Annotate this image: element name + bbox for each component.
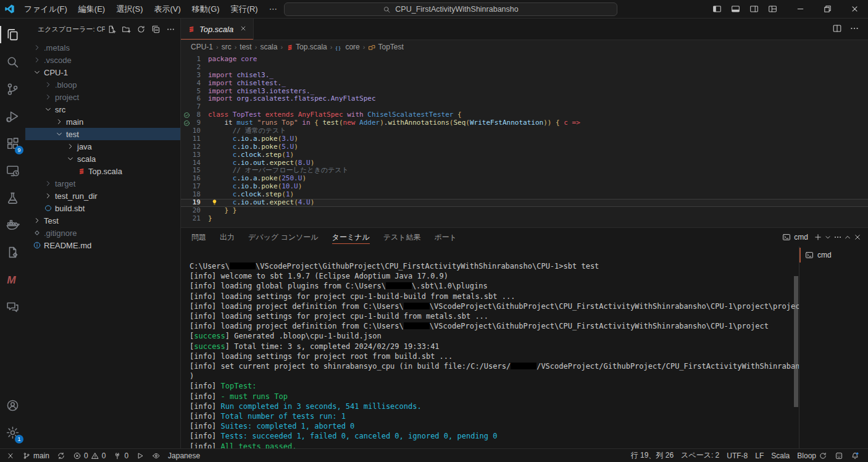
more-button[interactable] [833, 233, 842, 242]
panel-tab-問題[interactable]: 問題 [191, 228, 206, 246]
menu-item-2[interactable]: 選択(S) [111, 0, 148, 19]
breadcrumb-scala[interactable]: scala [260, 43, 277, 51]
close-button[interactable] [841, 0, 868, 19]
terminal-scrollbar[interactable] [794, 276, 798, 407]
code-line-21[interactable]: 21} [181, 215, 868, 223]
status-highlight[interactable] [148, 449, 164, 462]
panel-tab-デバッグ コンソール[interactable]: デバッグ コンソール [248, 228, 319, 246]
activitybar-accounts[interactable] [0, 392, 25, 419]
status-sync[interactable] [53, 449, 69, 462]
command-center[interactable]: CPU_FirstActivityWithShinrabansho [284, 2, 617, 16]
plus-button[interactable] [814, 233, 822, 242]
activitybar-testing[interactable] [0, 184, 25, 211]
activitybar-comments[interactable] [0, 293, 25, 320]
new-folder-button[interactable] [120, 23, 132, 36]
minimize-button[interactable] [787, 0, 814, 19]
collapse-all-button[interactable] [149, 23, 162, 36]
panel-tab-active-ターミナル[interactable]: ターミナル [332, 228, 370, 246]
status-feedback[interactable] [831, 449, 847, 462]
status-problems[interactable]: 00 [69, 449, 109, 462]
activitybar-explorer[interactable] [0, 21, 25, 48]
close-button[interactable] [853, 233, 862, 242]
status-indentation[interactable]: スペース: 2 [677, 449, 723, 462]
menu-item-4[interactable]: 移動(G) [186, 0, 225, 19]
terminal-list-item-cmd[interactable]: cmd [799, 248, 868, 262]
breadcrumb-Top.scala[interactable]: Top.scala [286, 43, 327, 51]
tree-item-.bloop[interactable]: .bloop [25, 78, 180, 91]
menu-item-5[interactable]: 実行(R) [225, 0, 264, 19]
breadcrumb-TopTest[interactable]: TopTest [368, 43, 403, 51]
activitybar-run-debug[interactable] [0, 103, 25, 130]
chev-up-button[interactable] [843, 233, 852, 242]
menu-item-0[interactable]: ファイル(F) [19, 0, 73, 19]
tree-item-scala[interactable]: scala [25, 153, 180, 165]
layout-panel-button[interactable] [726, 0, 745, 19]
tree-item-src[interactable]: src [25, 103, 180, 116]
code-line-1[interactable]: 1package core [181, 56, 868, 64]
tree-item-.metals[interactable]: .metals [25, 41, 180, 54]
code-line-19[interactable]: 19 c.io.out.expect(4.U) [181, 199, 868, 207]
tree-item-java[interactable]: java [25, 140, 180, 153]
layout-sb-right-button[interactable] [745, 0, 763, 19]
chev-down-sm-button[interactable] [824, 233, 832, 242]
status-branch[interactable]: main [19, 449, 53, 462]
refresh-button[interactable] [135, 23, 147, 36]
split-editor-button[interactable] [832, 23, 842, 35]
code-line-20[interactable]: 20 } } [181, 207, 868, 215]
panel-tab-ポート[interactable]: ポート [435, 228, 457, 246]
more-button[interactable] [164, 23, 177, 36]
activitybar-settings[interactable]: 1 [0, 419, 25, 446]
breadcrumb-CPU-1[interactable]: CPU-1 [191, 43, 213, 51]
lightbulb-icon[interactable] [211, 199, 218, 206]
code-line-2[interactable]: 2 [181, 64, 868, 72]
tree-item-Top.scala[interactable]: Top.scala [25, 165, 180, 177]
activitybar-docker[interactable] [0, 211, 25, 238]
tree-item-build.sbt[interactable]: build.sbt [25, 202, 180, 214]
status-ports[interactable]: 0 [109, 449, 132, 462]
breadcrumb-core[interactable]: { }core [335, 43, 359, 51]
panel-tab-テスト結果[interactable]: テスト結果 [383, 228, 421, 246]
status-bloop[interactable]: Bloop [793, 449, 831, 462]
tab-top-scala[interactable]: Top.scala [181, 19, 254, 40]
tree-item-project[interactable]: project [25, 91, 180, 103]
status-encoding[interactable]: UTF-8 [723, 449, 751, 462]
activitybar-search[interactable] [0, 48, 25, 75]
menu-item-3[interactable]: 表示(V) [149, 0, 186, 19]
tree-item-CPU-1[interactable]: CPU-1 [25, 66, 180, 78]
status-language[interactable]: Scala [767, 449, 793, 462]
panel-tab-出力[interactable]: 出力 [220, 228, 235, 246]
tree-item-.gitignore[interactable]: .gitignore [25, 227, 180, 239]
layout-custom-button[interactable] [763, 0, 782, 19]
code-editor[interactable]: 1package core23import chisel3._4import c… [181, 54, 868, 227]
status-ime[interactable]: Japanese [164, 449, 204, 462]
restore-button[interactable] [814, 0, 841, 19]
status-eol[interactable]: LF [751, 449, 767, 462]
terminal-profile-button[interactable]: cmd [782, 233, 808, 242]
tree-item-test_run_dir[interactable]: test_run_dir [25, 190, 180, 202]
breadcrumb-src[interactable]: src [222, 43, 232, 51]
layout-sb-left-button[interactable] [707, 0, 726, 19]
activitybar-run-configs[interactable] [0, 238, 25, 266]
check-circle-icon[interactable] [183, 120, 190, 127]
status-remote[interactable] [2, 449, 19, 462]
activitybar-extensions[interactable]: 9 [0, 130, 25, 157]
check-circle-icon[interactable] [183, 112, 190, 119]
code-line-6[interactable]: 6import org.scalatest.flatspec.AnyFlatSp… [181, 95, 868, 103]
activitybar-source-control[interactable] [0, 75, 25, 103]
status-cursor-position[interactable]: 行 19、列 26 [627, 449, 677, 462]
tree-item-README.md[interactable]: README.md [25, 239, 180, 251]
status-debug-start[interactable] [132, 449, 148, 462]
tree-item-.vscode[interactable]: .vscode [25, 54, 180, 66]
activitybar-metals[interactable]: M [0, 266, 25, 293]
more-button[interactable] [849, 23, 859, 35]
status-notifications[interactable] [847, 449, 863, 462]
activitybar-remote-explorer[interactable] [0, 157, 25, 184]
tree-item-Test[interactable]: Test [25, 214, 180, 227]
terminal-output[interactable]: C:\Users\\VScodeProject\GithubProject\CP… [181, 246, 799, 448]
menu-overflow[interactable]: ⋯ [264, 0, 283, 19]
new-file-button[interactable] [105, 23, 117, 36]
tree-item-target[interactable]: target [25, 177, 180, 190]
breadcrumb-test[interactable]: test [240, 43, 251, 51]
menu-item-1[interactable]: 編集(E) [73, 0, 111, 19]
tree-item-main[interactable]: main [25, 116, 180, 128]
